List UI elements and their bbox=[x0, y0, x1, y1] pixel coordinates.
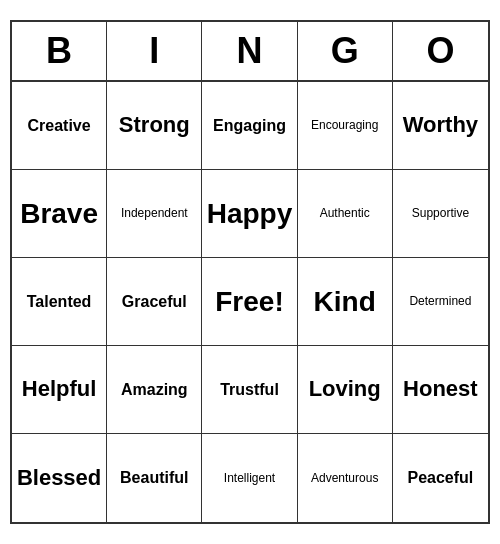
bingo-cell-7: Happy bbox=[202, 170, 297, 258]
bingo-cell-12: Free! bbox=[202, 258, 297, 346]
cell-text-7: Happy bbox=[207, 197, 293, 231]
bingo-cell-2: Engaging bbox=[202, 82, 297, 170]
cell-text-4: Worthy bbox=[403, 112, 478, 138]
cell-text-24: Peaceful bbox=[407, 468, 473, 487]
cell-text-0: Creative bbox=[28, 116, 91, 135]
cell-text-18: Loving bbox=[309, 376, 381, 402]
header-letter-B: B bbox=[12, 22, 107, 80]
bingo-cell-4: Worthy bbox=[393, 82, 488, 170]
cell-text-8: Authentic bbox=[320, 206, 370, 220]
cell-text-15: Helpful bbox=[22, 376, 97, 402]
cell-text-2: Engaging bbox=[213, 116, 286, 135]
bingo-cell-1: Strong bbox=[107, 82, 202, 170]
bingo-cell-15: Helpful bbox=[12, 346, 107, 434]
bingo-cell-9: Supportive bbox=[393, 170, 488, 258]
cell-text-23: Adventurous bbox=[311, 471, 378, 485]
bingo-cell-20: Blessed bbox=[12, 434, 107, 522]
cell-text-21: Beautiful bbox=[120, 468, 188, 487]
header-letter-O: O bbox=[393, 22, 488, 80]
cell-text-9: Supportive bbox=[412, 206, 469, 220]
cell-text-13: Kind bbox=[314, 285, 376, 319]
bingo-cell-13: Kind bbox=[298, 258, 393, 346]
bingo-cell-14: Determined bbox=[393, 258, 488, 346]
cell-text-6: Independent bbox=[121, 206, 188, 220]
bingo-cell-0: Creative bbox=[12, 82, 107, 170]
cell-text-3: Encouraging bbox=[311, 118, 378, 132]
bingo-grid: CreativeStrongEngagingEncouragingWorthyB… bbox=[12, 82, 488, 522]
bingo-cell-10: Talented bbox=[12, 258, 107, 346]
cell-text-20: Blessed bbox=[17, 465, 101, 491]
bingo-cell-18: Loving bbox=[298, 346, 393, 434]
cell-text-1: Strong bbox=[119, 112, 190, 138]
cell-text-12: Free! bbox=[215, 285, 283, 319]
bingo-cell-5: Brave bbox=[12, 170, 107, 258]
cell-text-5: Brave bbox=[20, 197, 98, 231]
cell-text-16: Amazing bbox=[121, 380, 188, 399]
cell-text-14: Determined bbox=[409, 294, 471, 308]
bingo-cell-16: Amazing bbox=[107, 346, 202, 434]
header-letter-G: G bbox=[298, 22, 393, 80]
header-letter-I: I bbox=[107, 22, 202, 80]
bingo-cell-21: Beautiful bbox=[107, 434, 202, 522]
cell-text-10: Talented bbox=[27, 292, 92, 311]
cell-text-11: Graceful bbox=[122, 292, 187, 311]
bingo-cell-3: Encouraging bbox=[298, 82, 393, 170]
bingo-cell-19: Honest bbox=[393, 346, 488, 434]
header-letter-N: N bbox=[202, 22, 297, 80]
bingo-cell-22: Intelligent bbox=[202, 434, 297, 522]
bingo-cell-8: Authentic bbox=[298, 170, 393, 258]
bingo-cell-24: Peaceful bbox=[393, 434, 488, 522]
bingo-cell-6: Independent bbox=[107, 170, 202, 258]
bingo-header: BINGO bbox=[12, 22, 488, 82]
cell-text-19: Honest bbox=[403, 376, 478, 402]
cell-text-22: Intelligent bbox=[224, 471, 275, 485]
bingo-card: BINGO CreativeStrongEngagingEncouragingW… bbox=[10, 20, 490, 524]
cell-text-17: Trustful bbox=[220, 380, 279, 399]
bingo-cell-23: Adventurous bbox=[298, 434, 393, 522]
bingo-cell-11: Graceful bbox=[107, 258, 202, 346]
bingo-cell-17: Trustful bbox=[202, 346, 297, 434]
